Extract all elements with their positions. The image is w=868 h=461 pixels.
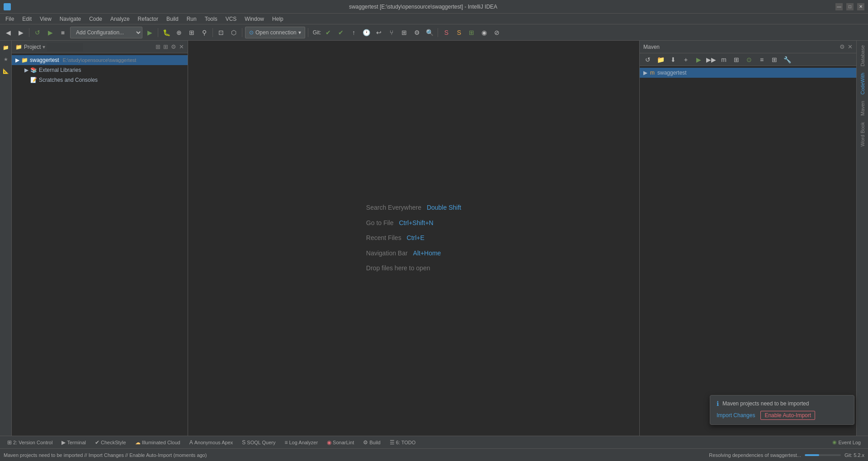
menu-item-navigate[interactable]: Navigate [56, 15, 85, 23]
git-fetch-button[interactable]: ⊞ [399, 27, 410, 38]
tree-item-root[interactable]: ▶ 📁 swaggertest E:\study\opensource\swag… [12, 55, 188, 65]
menu-item-help[interactable]: Help [269, 15, 287, 23]
maven-add-btn[interactable]: + [680, 54, 691, 65]
maven-wrench-btn[interactable]: 🔧 [782, 54, 793, 65]
menu-item-code[interactable]: Code [85, 15, 106, 23]
right-tab-wordbook[interactable]: Word Book [858, 119, 867, 149]
toolbar-btn-extra2[interactable]: ⬡ [228, 27, 239, 38]
status-right: Resolving dependencies of swaggertest...… [709, 452, 864, 458]
welcome-content: Search Everywhere Double Shift Go to Fil… [366, 200, 461, 276]
git-history-button[interactable]: 🕐 [361, 27, 372, 38]
extra-btn1[interactable]: ⊞ [466, 27, 477, 38]
maven-folder-btn[interactable]: 📁 [655, 54, 666, 65]
maven-header: Maven ⚙ ✕ [640, 41, 856, 53]
maven-run2-btn[interactable]: ▶▶ [706, 54, 717, 65]
menu-item-vcs[interactable]: VCS [222, 15, 241, 23]
maven-columns-btn[interactable]: ⊞ [769, 54, 780, 65]
title-bar: swaggertest [E:\study\opensource\swagger… [0, 0, 868, 14]
minimize-button[interactable]: — [835, 3, 843, 10]
todo-tab[interactable]: ☰ 6: TODO [386, 438, 420, 447]
git-settings-button[interactable]: ⚙ [411, 27, 422, 38]
project-expand-icon[interactable]: ⊞ [163, 43, 168, 50]
maven-settings-icon[interactable]: ⚙ [840, 43, 845, 50]
maven-phase-btn[interactable]: ⊞ [731, 54, 742, 65]
info-icon: ℹ [717, 400, 719, 407]
menu-item-run[interactable]: Run [183, 15, 200, 23]
log-analyzer-tab[interactable]: ≡ Log Analyzer [281, 438, 321, 447]
maven-root-item[interactable]: ▶ m swaggertest [640, 68, 856, 78]
maven-close-icon[interactable]: ✕ [848, 43, 853, 50]
enable-auto-import-button[interactable]: Enable Auto-Import [760, 411, 815, 420]
git-revert-button[interactable]: ↩ [373, 27, 384, 38]
git-push-button[interactable]: ↑ [348, 27, 359, 38]
git-branch-button[interactable]: ⑂ [386, 27, 397, 38]
event-log-tab[interactable]: ◉ Event Log [829, 438, 864, 447]
open-connection-button[interactable]: ⊙ Open connection ▾ [245, 27, 305, 38]
project-close-icon[interactable]: ✕ [179, 43, 184, 50]
git-check2-button[interactable]: ✔ [335, 27, 346, 38]
forward-button[interactable]: ▶ [15, 27, 26, 38]
profile-button[interactable]: ⊞ [186, 27, 197, 38]
maven-download-btn[interactable]: ⬇ [668, 54, 679, 65]
right-tab-maven[interactable]: Maven [858, 98, 867, 118]
title-text: swaggertest [E:\study\opensource\swagger… [11, 4, 835, 10]
import-changes-button[interactable]: Import Changes [717, 411, 755, 420]
config-dropdown[interactable]: Add Configuration... [70, 27, 142, 38]
maven-refresh-btn[interactable]: ↺ [642, 54, 653, 65]
salesforce-btn2[interactable]: S [453, 27, 464, 38]
log-analyzer-icon: ≡ [284, 439, 288, 446]
salesforce-btn1[interactable]: S [441, 27, 452, 38]
illuminated-cloud-icon: ☁ [135, 439, 141, 446]
run-config-button[interactable]: ▶ [144, 27, 155, 38]
sync-button[interactable]: ↺ [32, 27, 43, 38]
close-button[interactable]: ✕ [857, 3, 864, 10]
project-settings-icon[interactable]: ⚙ [171, 43, 176, 50]
maximize-button[interactable]: □ [846, 3, 854, 10]
menu-item-view[interactable]: View [36, 15, 55, 23]
separator-4 [242, 28, 242, 37]
search-toolbar-button[interactable]: 🔍 [424, 27, 435, 38]
coverage-button[interactable]: ⊕ [174, 27, 184, 38]
menu-item-file[interactable]: File [2, 15, 18, 23]
project-header-icons: ⊞ ⊞ ⚙ ✕ [156, 43, 184, 50]
soql-query-tab[interactable]: S SOQL Query [238, 438, 279, 447]
activity-favorites-icon[interactable]: ★ [1, 54, 11, 64]
tree-item-scratches[interactable]: ▶ 📝 Scratches and Consoles [12, 75, 188, 85]
build-tab[interactable]: ⚙ Build [359, 438, 384, 447]
menu-item-refactor[interactable]: Refactor [134, 15, 162, 23]
checkstyle-tab[interactable]: ✔ CheckStyle [91, 438, 130, 447]
menu-item-analyze[interactable]: Analyze [107, 15, 133, 23]
notification-text: Maven projects need to be imported [722, 400, 809, 407]
attach-button[interactable]: ⚲ [199, 27, 210, 38]
terminal-tab[interactable]: ▶ Terminal [58, 438, 90, 447]
stop-button[interactable]: ■ [57, 27, 68, 38]
run-button[interactable]: ▶ [45, 27, 56, 38]
menu-item-build[interactable]: Build [163, 15, 182, 23]
activity-structure-icon[interactable]: 📐 [1, 66, 11, 76]
right-tab-codewith[interactable]: CodeWith [858, 70, 867, 97]
anonymous-apex-tab[interactable]: A Anonymous Apex [186, 438, 237, 447]
illuminated-cloud-tab[interactable]: ☁ Illuminated Cloud [132, 438, 184, 447]
git-checkmark-button[interactable]: ✔ [323, 27, 334, 38]
project-scroll-icon[interactable]: ⊞ [156, 43, 160, 50]
right-tab-database[interactable]: Database [858, 42, 867, 69]
version-control-tab[interactable]: ⊞ 2: Version Control [4, 438, 56, 447]
sonarlint-tab[interactable]: ◉ SonarLint [323, 438, 358, 447]
maven-align-btn[interactable]: ≡ [756, 54, 767, 65]
activity-project-icon[interactable]: 📁 [1, 42, 11, 52]
extra-btn2[interactable]: ◉ [479, 27, 490, 38]
maven-toggle-btn[interactable]: ⊙ [744, 54, 755, 65]
maven-run-btn[interactable]: ▶ [693, 54, 704, 65]
back-button[interactable]: ◀ [3, 27, 14, 38]
menu-item-tools[interactable]: Tools [201, 15, 221, 23]
menu-item-window[interactable]: Window [241, 15, 268, 23]
maven-lifecycle-btn[interactable]: m [718, 54, 729, 65]
extra-btn3[interactable]: ⊘ [491, 27, 502, 38]
debug-button[interactable]: 🐛 [161, 27, 172, 38]
toolbar-btn-extra1[interactable]: ⊡ [216, 27, 226, 38]
progress-indicator [805, 454, 819, 456]
menu-item-edit[interactable]: Edit [19, 15, 35, 23]
tree-item-libraries[interactable]: ▶ 📚 External Libraries [12, 65, 188, 75]
main-layout: 📁 ★ 📐 📁 Project ▾ ⊞ ⊞ ⚙ ✕ ▶ 📁 swaggerte [0, 41, 868, 436]
separator-5 [308, 28, 308, 37]
